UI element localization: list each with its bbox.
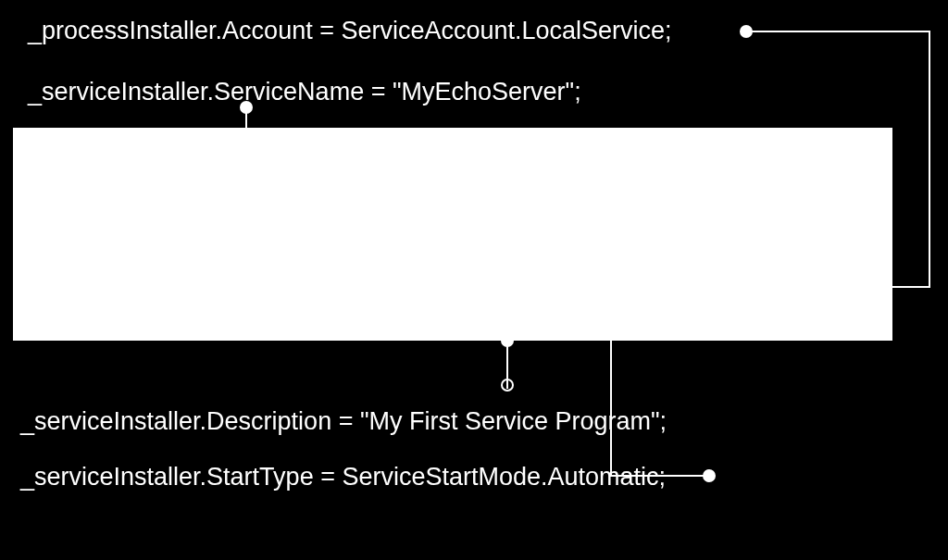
- connector-lines: [0, 0, 948, 560]
- svg-point-0: [741, 26, 752, 37]
- svg-point-2: [502, 335, 513, 346]
- svg-point-4: [704, 470, 715, 481]
- svg-point-1: [241, 102, 252, 113]
